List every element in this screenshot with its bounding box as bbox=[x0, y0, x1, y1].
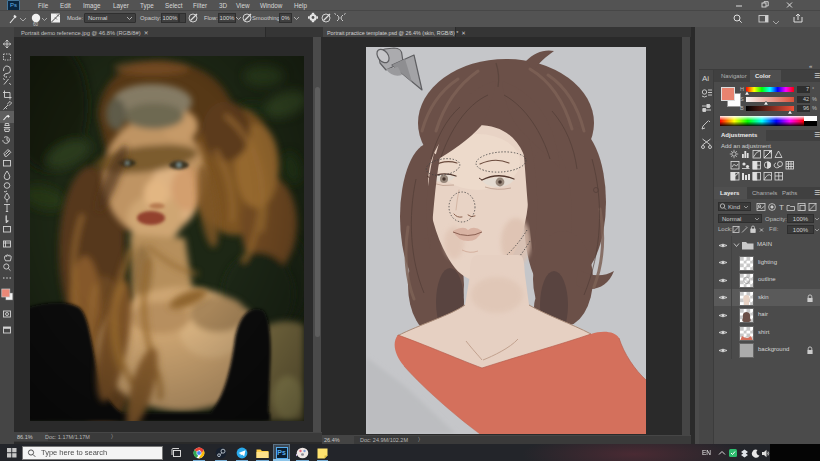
svg-text:60: 60 bbox=[33, 22, 39, 27]
svg-text:T: T bbox=[779, 203, 784, 212]
svg-text:Ai: Ai bbox=[702, 74, 709, 83]
